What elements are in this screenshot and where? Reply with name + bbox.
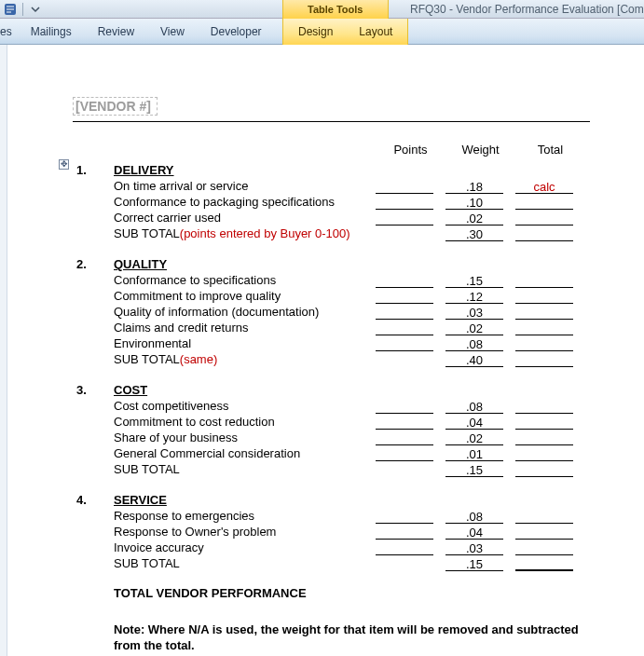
points-cell[interactable] [376, 526, 433, 540]
criteria-label: Share of your business [114, 430, 376, 445]
contextual-tab-group-label: Table Tools [282, 0, 389, 19]
footer-note: Note: Where N/A is used, the weight for … [114, 622, 580, 654]
subtotal-label: SUB TOTAL [114, 556, 180, 570]
points-cell[interactable] [376, 274, 433, 288]
criteria-row: Conformance to specifications.15 [73, 272, 595, 288]
criteria-row: Commitment to cost reduction.04 [73, 414, 595, 430]
subtotal-row: SUB TOTAL(points entered by Buyer 0-100)… [73, 226, 595, 241]
criteria-row: Response to emergencies.08 [73, 508, 595, 524]
document-area: [VENDOR #] ✥ Points Weight Total 1.DELIV… [0, 45, 644, 654]
points-cell[interactable] [376, 447, 433, 461]
section: 2.QUALITYConformance to specifications.1… [73, 256, 595, 367]
criteria-label: Response to emergencies [114, 509, 376, 524]
separator [22, 3, 23, 16]
points-cell[interactable] [376, 290, 433, 304]
column-headers: Points Weight Total [73, 143, 595, 157]
subtotal-points [376, 353, 433, 367]
total-cell [515, 321, 573, 335]
criteria-row: Commitment to improve quality.12 [73, 288, 595, 304]
weight-cell: .01 [445, 447, 503, 461]
section-number: 4. [73, 493, 114, 508]
points-cell[interactable] [376, 337, 433, 351]
points-cell[interactable] [376, 196, 433, 210]
weight-cell: .04 [445, 416, 503, 430]
criteria-row: Environmental.08 [73, 335, 595, 351]
total-cell [515, 400, 573, 414]
weight-cell: .02 [445, 212, 503, 226]
criteria-row: Correct carrier used.02 [73, 210, 595, 226]
weight-cell: .08 [445, 510, 503, 524]
tab-developer[interactable]: Developer [198, 20, 275, 44]
section-number: 1. [73, 163, 114, 178]
table-move-handle-icon[interactable]: ✥ [59, 159, 69, 170]
criteria-row: General Commercial consideration.01 [73, 445, 595, 461]
subtotal-total [515, 353, 573, 367]
weight-cell: .08 [445, 400, 503, 414]
tab-layout[interactable]: Layout [346, 20, 405, 44]
subtotal-total [515, 463, 573, 477]
criteria-row: Conformance to packaging specifications.… [73, 194, 595, 210]
criteria-row: On time arrival or service.18calc [73, 178, 595, 194]
criteria-label: Claims and credit returns [114, 321, 376, 335]
points-cell[interactable] [376, 431, 433, 445]
subtotal-weight: .40 [445, 353, 503, 367]
total-cell [515, 541, 573, 555]
total-cell [515, 290, 573, 304]
points-cell[interactable] [376, 180, 433, 194]
subtotal-points [376, 557, 433, 571]
subtotal-label: SUB TOTAL [114, 352, 180, 366]
dropdown-icon[interactable] [29, 3, 42, 16]
title-bar: Table Tools RFQ30 - Vendor Performance E… [0, 0, 644, 19]
context-tabs: Design Layout [282, 19, 408, 45]
criteria-row: Invoice accuracy.03 [73, 540, 595, 555]
tab-view[interactable]: View [147, 20, 198, 44]
tab-review[interactable]: Review [85, 20, 147, 44]
tab-partial[interactable]: es [0, 20, 18, 44]
subtotal-points [376, 463, 433, 477]
subtotal-row: SUB TOTAL.15 [73, 461, 595, 477]
tab-design[interactable]: Design [285, 20, 346, 44]
criteria-label: Commitment to cost reduction [114, 415, 376, 430]
horizontal-rule [73, 121, 590, 122]
points-cell[interactable] [376, 212, 433, 226]
total-cell [515, 416, 573, 430]
points-cell[interactable] [376, 416, 433, 430]
points-cell[interactable] [376, 541, 433, 555]
section: 1.DELIVERYOn time arrival or service.18c… [73, 162, 595, 241]
subtotal-weight: .15 [445, 557, 503, 571]
total-cell [515, 212, 573, 226]
subtotal-note: (points entered by Buyer 0-100) [180, 226, 350, 240]
criteria-label: General Commercial consideration [114, 446, 376, 461]
ruler-edge [0, 45, 7, 656]
points-cell[interactable] [376, 306, 433, 320]
subtotal-label: SUB TOTAL [114, 226, 180, 240]
weight-cell: .15 [445, 274, 503, 288]
vendor-placeholder-field[interactable]: [VENDOR #] [73, 97, 158, 116]
subtotal-weight: .15 [445, 463, 503, 477]
criteria-label: Correct carrier used [114, 211, 376, 226]
tab-mailings[interactable]: Mailings [18, 20, 85, 44]
header-points: Points [376, 143, 445, 157]
criteria-row: Cost competitiveness.08 [73, 398, 595, 414]
points-cell[interactable] [376, 400, 433, 414]
points-cell[interactable] [376, 321, 433, 335]
subtotal-label: SUB TOTAL [114, 462, 180, 476]
section: 3.COSTCost competitiveness.08Commitment … [73, 382, 595, 477]
weight-cell: .04 [445, 526, 503, 540]
document-title: RFQ30 - Vendor Performance Evaluation [C… [410, 0, 644, 19]
subtotal-note: (same) [180, 352, 217, 366]
section-title: COST [114, 383, 147, 397]
total-performance-label: TOTAL VENDOR PERFORMANCE [114, 586, 595, 600]
subtotal-row: SUB TOTAL.15 [73, 555, 595, 571]
app-icon[interactable] [4, 3, 17, 16]
points-cell[interactable] [376, 510, 433, 524]
criteria-label: Conformance to packaging specifications [114, 195, 376, 210]
section: 4.SERVICEResponse to emergencies.08Respo… [73, 492, 595, 571]
criteria-row: Claims and credit returns.02 [73, 320, 595, 335]
criteria-row: Response to Owner's problem.04 [73, 524, 595, 540]
header-total: Total [515, 143, 585, 157]
weight-cell: .03 [445, 306, 503, 320]
weight-cell: .18 [445, 180, 503, 194]
subtotal-total [515, 557, 573, 571]
total-cell [515, 510, 573, 524]
